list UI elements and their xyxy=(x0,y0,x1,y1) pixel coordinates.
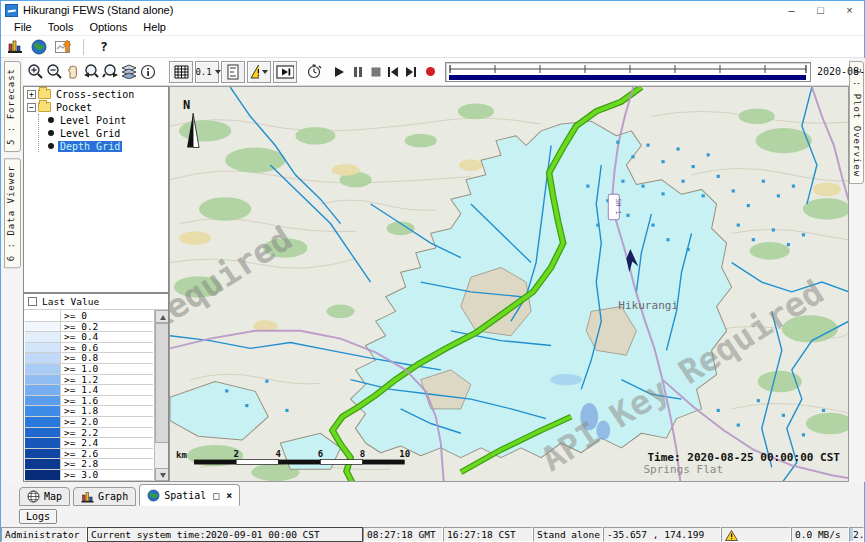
tree-item-level-point[interactable]: Level Point xyxy=(46,114,168,126)
document-tabs: Map Graph Spatial □ × xyxy=(1,482,864,506)
tab-data-viewer[interactable]: 6 : Data Viewer xyxy=(4,158,21,268)
pan-hand-icon[interactable] xyxy=(64,61,82,82)
legend-entry: >= 1.0 xyxy=(25,364,153,375)
skip-end-button[interactable] xyxy=(404,61,418,82)
color-swatch xyxy=(25,428,61,438)
minimize-button[interactable]: – xyxy=(777,1,806,19)
tree-item-pocket[interactable]: − Pocket xyxy=(27,101,168,113)
status-gmt-time: 08:27:18 GMT xyxy=(363,527,443,542)
help-icon[interactable]: ? xyxy=(94,38,114,56)
bar-chart-icon xyxy=(81,491,94,503)
status-local-time: 16:27:18 CST xyxy=(443,527,533,542)
warning-icon xyxy=(725,530,738,541)
node-bullet-icon xyxy=(48,130,54,136)
place-label-hikurangi: Hikurangi xyxy=(618,300,678,313)
right-tab-strip: 3 : Plot Overview xyxy=(849,58,865,482)
svg-text:4: 4 xyxy=(276,449,281,459)
collapse-icon[interactable]: − xyxy=(27,103,36,112)
globe-icon xyxy=(147,489,160,502)
folder-icon xyxy=(38,89,51,99)
color-swatch xyxy=(25,470,61,480)
threshold-dropdown-button[interactable]: 0.1 xyxy=(195,61,219,83)
legend-scrollbar[interactable] xyxy=(154,310,168,481)
map-viewport[interactable]: API Key Required API Key Required SH 1 H… xyxy=(169,86,849,482)
threshold-value: 0.1 xyxy=(195,67,211,77)
main-toolbar: ? xyxy=(1,36,864,58)
status-throughput: 0.0 MB/s xyxy=(791,527,849,542)
zoom-out-icon[interactable] xyxy=(45,61,64,82)
logs-button[interactable]: Logs xyxy=(19,509,57,524)
animation-window-button[interactable] xyxy=(273,61,297,83)
status-coordinates: -35.657 , 174.199 xyxy=(603,527,721,542)
tree-item-depth-grid[interactable]: Depth Grid xyxy=(46,140,168,152)
record-button[interactable] xyxy=(424,61,437,82)
zoom-in-icon[interactable] xyxy=(26,61,45,82)
info-icon[interactable] xyxy=(139,61,157,82)
maximize-button[interactable]: □ xyxy=(806,1,835,19)
skip-start-button[interactable] xyxy=(386,61,400,82)
wire-globe-icon xyxy=(27,490,40,503)
layers-icon[interactable] xyxy=(120,61,139,82)
node-bullet-icon xyxy=(48,117,54,123)
tab-plot-overview[interactable]: 3 : Plot Overview xyxy=(849,61,864,184)
zoom-next-icon[interactable] xyxy=(101,61,120,82)
legend-entry: >= 0 xyxy=(25,311,153,322)
status-system-time: Current system time:2020-09-01 00:00 CST xyxy=(87,527,363,542)
tab-graph[interactable]: Graph xyxy=(73,487,136,506)
map-canvas[interactable]: API Key Required API Key Required SH 1 H… xyxy=(170,87,849,482)
color-swatch xyxy=(25,396,61,406)
legend-entry: >= 3.0 xyxy=(25,470,153,481)
tab-forecast[interactable]: 5 : Forecast xyxy=(4,61,21,152)
status-warning[interactable] xyxy=(721,527,791,542)
folder-icon xyxy=(38,102,51,112)
pause-button[interactable] xyxy=(352,61,364,82)
tab-maximize-icon[interactable]: □ xyxy=(213,490,219,501)
color-swatch xyxy=(25,353,61,363)
color-swatch xyxy=(25,311,61,321)
scroll-thumb[interactable] xyxy=(155,323,169,443)
place-label-springs-flat: Springs Flat xyxy=(643,463,723,476)
globe-icon[interactable] xyxy=(29,38,49,56)
status-bar: Administrator Current system time:2020-0… xyxy=(1,527,864,542)
menu-bar: File Tools Options Help xyxy=(1,19,864,36)
scroll-up-icon[interactable] xyxy=(155,310,169,323)
tree-item-level-grid[interactable]: Level Grid xyxy=(46,127,168,139)
svg-text:2: 2 xyxy=(233,449,238,459)
status-memory: 2.5 GB xyxy=(849,527,864,542)
window-title: Hikurangi FEWS (Stand alone) xyxy=(23,4,173,16)
legend-entry: >= 2.0 xyxy=(25,417,153,428)
legend-panel: Last Value >= 0 >= 0.2 >= 0.4 >= 0.6 >= … xyxy=(23,293,169,482)
last-value-checkbox[interactable] xyxy=(28,297,37,306)
color-swatch xyxy=(25,375,61,385)
timeline-slider[interactable] xyxy=(445,62,811,82)
timer-settings-icon[interactable] xyxy=(305,61,324,82)
menu-file[interactable]: File xyxy=(7,20,39,34)
play-button[interactable] xyxy=(332,61,346,82)
warning-dropdown-button[interactable] xyxy=(247,61,271,83)
chevron-down-icon xyxy=(215,70,221,74)
color-swatch xyxy=(25,406,61,416)
color-swatch xyxy=(25,385,61,395)
tab-map[interactable]: Map xyxy=(19,487,70,506)
scroll-down-icon[interactable] xyxy=(155,468,169,481)
grid-display-button[interactable] xyxy=(169,61,193,83)
database-chart-icon[interactable] xyxy=(5,38,25,56)
svg-text:km: km xyxy=(176,450,188,460)
tab-close-icon[interactable]: × xyxy=(226,490,232,501)
last-value-label: Last Value xyxy=(42,296,99,307)
import-chart-icon[interactable] xyxy=(53,38,73,56)
bottom-panel: Map Graph Spatial □ × Logs xyxy=(1,482,864,527)
menu-tools[interactable]: Tools xyxy=(41,20,81,34)
map-toolbar: 0.1 xyxy=(23,58,849,86)
tab-spatial[interactable]: Spatial □ × xyxy=(139,484,240,506)
close-button[interactable]: × xyxy=(835,1,864,19)
menu-options[interactable]: Options xyxy=(82,20,134,34)
scale-legend-button[interactable] xyxy=(221,61,245,83)
tree-item-cross-section[interactable]: + Cross-section xyxy=(27,88,168,100)
zoom-previous-icon[interactable] xyxy=(82,61,101,82)
stop-button[interactable] xyxy=(370,61,382,82)
menu-help[interactable]: Help xyxy=(136,20,173,34)
expand-icon[interactable]: + xyxy=(27,90,36,99)
color-swatch xyxy=(25,459,61,469)
svg-text:8: 8 xyxy=(360,449,365,459)
